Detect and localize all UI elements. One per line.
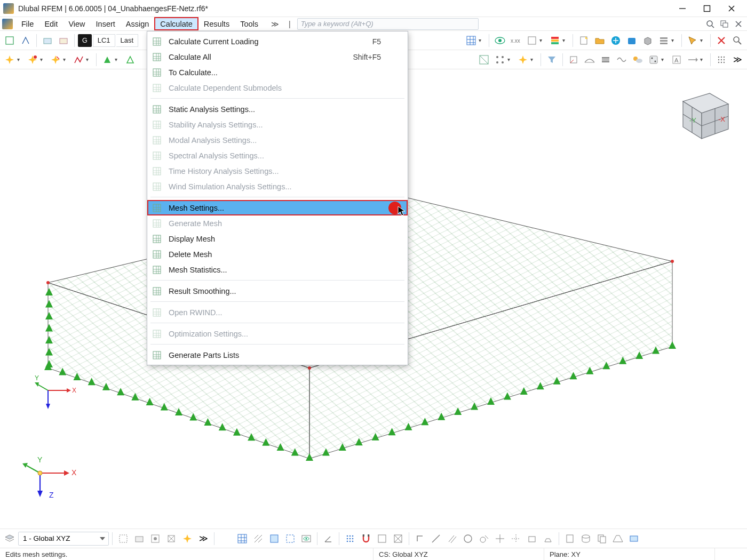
view-combo[interactable]: 1 - Global XYZ bbox=[18, 532, 109, 546]
grid-toggle-icon[interactable] bbox=[464, 33, 479, 48]
orientation-cube[interactable]: -Y -X bbox=[667, 80, 736, 149]
ortho-icon[interactable] bbox=[412, 531, 427, 546]
menu-item-result-smoothing[interactable]: Result Smoothing... bbox=[147, 283, 408, 299]
menu-item-calculate-current-loading[interactable]: Calculate Current LoadingF5 bbox=[147, 34, 408, 49]
module-icon[interactable] bbox=[624, 33, 639, 48]
menu-tools[interactable]: Tools bbox=[235, 17, 264, 30]
show-hidden-icon[interactable] bbox=[116, 531, 131, 546]
menu-item-display-mesh[interactable]: Display Mesh bbox=[147, 231, 408, 246]
angle-icon[interactable] bbox=[321, 531, 336, 546]
axes-box-icon[interactable] bbox=[566, 52, 581, 67]
menu-item-mesh-settings[interactable]: Mesh Settings... bbox=[147, 200, 408, 215]
cloud-sun-icon[interactable] bbox=[630, 52, 645, 67]
tool-icon[interactable] bbox=[525, 531, 539, 546]
tool-icon[interactable] bbox=[541, 531, 555, 546]
menu-insert[interactable]: Insert bbox=[91, 17, 121, 30]
list-icon[interactable] bbox=[656, 33, 671, 48]
spark-arrow-icon[interactable] bbox=[48, 52, 63, 67]
chevron-down-icon[interactable]: ▾ bbox=[63, 57, 68, 62]
menu-item-delete-mesh[interactable]: Delete Mesh bbox=[147, 246, 408, 262]
select-all-icon[interactable] bbox=[267, 531, 282, 546]
wave-icon[interactable] bbox=[614, 52, 629, 67]
label-xxx-icon[interactable]: x.xx bbox=[508, 33, 523, 48]
select-icon[interactable] bbox=[685, 33, 700, 48]
line-tool-icon[interactable] bbox=[428, 531, 443, 546]
section-plane-icon[interactable] bbox=[626, 531, 641, 546]
menu-item-static-analysis-settings[interactable]: Static Analysis Settings... bbox=[147, 101, 408, 117]
chevron-down-icon[interactable]: ▾ bbox=[562, 37, 568, 43]
chevron-down-icon[interactable]: ▾ bbox=[661, 57, 666, 62]
menu-overflow-icon[interactable]: ≫ bbox=[269, 20, 281, 28]
tool-icon[interactable] bbox=[40, 33, 55, 48]
tool-icon[interactable] bbox=[18, 33, 33, 48]
close-button[interactable] bbox=[719, 1, 744, 17]
polyline-icon[interactable] bbox=[71, 52, 86, 67]
box-icon[interactable] bbox=[640, 33, 655, 48]
tool-icon[interactable] bbox=[132, 531, 147, 546]
spark-red-icon[interactable] bbox=[25, 52, 40, 67]
chevron-down-icon[interactable]: ▾ bbox=[479, 37, 484, 43]
chevron-down-icon[interactable]: ▾ bbox=[530, 57, 536, 62]
filter-icon[interactable] bbox=[544, 52, 559, 67]
format-icon[interactable]: A bbox=[669, 52, 684, 67]
chevron-down-icon[interactable]: ▾ bbox=[40, 57, 45, 62]
dice-icon[interactable] bbox=[646, 52, 661, 67]
app-menu-icon[interactable] bbox=[2, 19, 13, 29]
tangent-tool-icon[interactable] bbox=[476, 531, 491, 546]
chevron-down-icon[interactable]: ▾ bbox=[700, 57, 705, 62]
support-icon[interactable] bbox=[100, 52, 115, 67]
search-input[interactable] bbox=[297, 18, 479, 30]
grid-dots-icon[interactable] bbox=[714, 52, 729, 67]
guide-cross-icon[interactable] bbox=[492, 531, 507, 546]
mesh-lines-icon[interactable] bbox=[251, 531, 266, 546]
minimize-button[interactable] bbox=[670, 1, 695, 17]
layer-icon[interactable] bbox=[2, 531, 17, 546]
loadcase-field[interactable]: LC1 bbox=[93, 34, 115, 47]
chevron-down-icon[interactable]: ▾ bbox=[539, 37, 545, 43]
circle-tool-icon[interactable] bbox=[460, 531, 475, 546]
maximize-button[interactable] bbox=[695, 1, 719, 17]
menu-item-calculate-all[interactable]: Calculate AllShift+F5 bbox=[147, 49, 408, 65]
support-alt-icon[interactable] bbox=[123, 52, 138, 67]
chevron-down-icon[interactable]: ▾ bbox=[671, 37, 677, 43]
cloud-icon[interactable] bbox=[608, 33, 623, 48]
mesh-grid-icon[interactable] bbox=[235, 531, 250, 546]
menu-item-mesh-statistics[interactable]: Mesh Statistics... bbox=[147, 262, 408, 277]
tool-icon[interactable] bbox=[56, 33, 71, 48]
new-project-icon[interactable] bbox=[576, 33, 591, 48]
select-window-icon[interactable] bbox=[283, 531, 298, 546]
tool-icon[interactable] bbox=[525, 33, 539, 48]
chevron-down-icon[interactable]: ▾ bbox=[700, 37, 705, 43]
cancel-icon[interactable] bbox=[714, 33, 729, 48]
chevron-down-icon[interactable]: ▾ bbox=[17, 57, 22, 62]
parallel-tool-icon[interactable] bbox=[444, 531, 459, 546]
magnet-icon[interactable] bbox=[359, 531, 374, 546]
snap-grid-icon[interactable] bbox=[343, 531, 357, 546]
arrow-icon[interactable] bbox=[685, 52, 700, 67]
chevron-down-icon[interactable]: ▾ bbox=[86, 57, 91, 62]
film-icon[interactable] bbox=[598, 52, 613, 67]
guide-dashed-icon[interactable] bbox=[508, 531, 523, 546]
tool-icon[interactable] bbox=[164, 531, 179, 546]
menu-calculate[interactable]: Calculate bbox=[154, 17, 198, 30]
node-snap-icon[interactable] bbox=[492, 52, 507, 67]
snap-endpoint-icon[interactable] bbox=[375, 531, 390, 546]
chevron-down-icon[interactable]: ▾ bbox=[115, 57, 120, 62]
menu-view[interactable]: View bbox=[63, 17, 90, 30]
panel-close-icon[interactable] bbox=[733, 19, 744, 29]
color-map-icon[interactable] bbox=[547, 33, 562, 48]
menu-file[interactable]: File bbox=[16, 17, 39, 30]
eye-box-icon[interactable] bbox=[299, 531, 314, 546]
tool-icon[interactable] bbox=[148, 531, 163, 546]
overflow-icon[interactable]: ≫ bbox=[196, 531, 211, 546]
menu-assign[interactable]: Assign bbox=[121, 17, 155, 30]
spark-icon[interactable] bbox=[2, 52, 17, 67]
section-icon[interactable] bbox=[476, 52, 491, 67]
search-icon[interactable] bbox=[730, 33, 745, 48]
page-front-icon[interactable] bbox=[562, 531, 577, 546]
open-icon[interactable] bbox=[592, 33, 607, 48]
bridge-icon[interactable] bbox=[582, 52, 597, 67]
overflow-icon[interactable]: ≫ bbox=[730, 52, 745, 67]
spark-icon[interactable] bbox=[180, 531, 195, 546]
restore-panels-icon[interactable] bbox=[719, 19, 730, 29]
